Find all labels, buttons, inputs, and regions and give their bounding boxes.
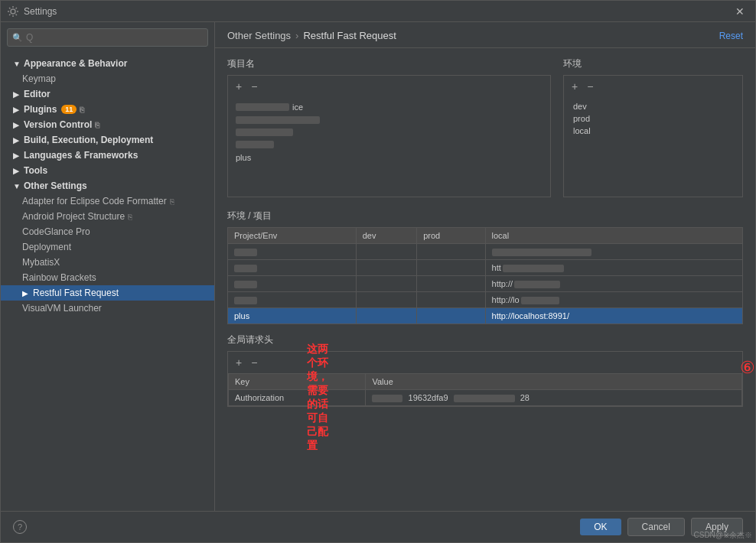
global-remove-button[interactable]: −	[248, 355, 260, 370]
sidebar-item-rainbow[interactable]: Rainbow Brackets	[1, 270, 214, 285]
col-local: local	[485, 228, 742, 244]
project-section: 项目名 + − ice	[227, 57, 551, 197]
table-row[interactable]: http://	[228, 276, 743, 292]
project-toolbar: + −	[228, 76, 550, 97]
breadcrumb: Other Settings › Restful Fast Request	[227, 30, 396, 41]
blurred-value	[236, 116, 320, 124]
help-button[interactable]: ?	[13, 520, 27, 534]
main-area: 🔍 ▼ Appearance & Behavior Keymap ▶ Edito…	[1, 22, 755, 511]
sidebar-item-deployment[interactable]: Deployment	[1, 239, 214, 255]
breadcrumb-current: Restful Fast Request	[303, 30, 396, 41]
project-remove-button[interactable]: −	[248, 79, 260, 94]
list-item[interactable]: plus	[231, 151, 547, 164]
sidebar-item-version-control[interactable]: ▶ Version Control ⎘	[1, 117, 214, 132]
sidebar-item-mybatisx[interactable]: MybatisX	[1, 255, 214, 270]
col-project: Project/Env	[228, 228, 357, 244]
svg-point-0	[11, 9, 15, 14]
settings-icon	[7, 5, 19, 18]
table-row[interactable]: http://lo	[228, 292, 743, 308]
footer-left: ?	[13, 520, 574, 534]
blurred-value	[236, 103, 289, 111]
sidebar-tree: ▼ Appearance & Behavior Keymap ▶ Editor …	[1, 53, 214, 511]
project-add-button[interactable]: +	[233, 79, 245, 94]
ok-button[interactable]: OK	[580, 519, 621, 535]
copy-icon: ⎘	[95, 121, 99, 129]
search-input[interactable]	[26, 32, 203, 43]
sidebar-item-build[interactable]: ▶ Build, Execution, Deployment	[1, 132, 214, 148]
env-remove-button[interactable]: −	[584, 79, 596, 94]
collapse-arrow: ▼	[13, 182, 21, 190]
blurred-value	[503, 265, 564, 272]
cancel-button[interactable]: Cancel	[627, 518, 685, 536]
collapse-arrow: ▶	[13, 136, 21, 145]
table-row[interactable]: Authorization 19632dfa9 28	[229, 390, 742, 406]
blurred-value	[454, 395, 515, 402]
blurred-value	[234, 281, 257, 288]
sidebar-item-tools[interactable]: ▶ Tools	[1, 163, 214, 178]
env-section-label: 环境	[563, 57, 743, 70]
blurred-value	[236, 141, 274, 148]
blurred-value	[236, 128, 293, 136]
sidebar-item-plugins[interactable]: ▶ Plugins 11 ⎘	[1, 102, 214, 117]
env-project-section: 环境 / 项目 Project/Env dev prod local	[227, 210, 743, 324]
content-body: 项目名 + − ice	[215, 48, 755, 511]
window-title: Settings	[24, 6, 731, 17]
collapse-arrow: ▶	[13, 167, 21, 175]
sidebar-item-adapter[interactable]: Adapter for Eclipse Code Formatter ⎘	[1, 193, 214, 209]
plugins-badge: 11	[61, 105, 77, 114]
watermark: CSDN@※余杰※	[694, 530, 753, 541]
col-value: Value	[366, 374, 742, 390]
env-project-table: Project/Env dev prod local	[227, 227, 743, 324]
content-header: Other Settings › Restful Fast Request Re…	[215, 22, 755, 48]
col-dev: dev	[356, 228, 417, 244]
env-list-item-prod[interactable]: prod	[567, 112, 739, 125]
list-item[interactable]	[231, 114, 547, 126]
reset-button[interactable]: Reset	[719, 31, 743, 41]
breadcrumb-parent[interactable]: Other Settings	[227, 30, 291, 41]
copy-icon: ⎘	[128, 213, 132, 221]
sidebar-item-restful[interactable]: ▶ Restful Fast Request	[1, 285, 214, 301]
blurred-value	[234, 249, 257, 256]
table-row[interactable]	[228, 244, 743, 260]
sidebar-item-visualvm[interactable]: VisualVM Launcher	[1, 301, 214, 316]
settings-window: Settings ✕ 🔍 ▼ Appearance & Behavior Key…	[0, 0, 756, 543]
env-add-button[interactable]: +	[569, 79, 581, 94]
list-item[interactable]: ice	[231, 100, 547, 114]
selected-arrow: ▶	[22, 289, 30, 298]
col-prod: prod	[417, 228, 485, 244]
env-list: dev prod local	[564, 97, 742, 197]
sidebar-item-other-settings[interactable]: ▼ Other Settings	[1, 178, 214, 193]
env-section: 环境 + − dev prod local	[563, 57, 743, 197]
blurred-value	[372, 395, 402, 402]
collapse-arrow: ▼	[13, 60, 21, 68]
project-section-label: 项目名	[227, 57, 551, 70]
blurred-value	[514, 281, 560, 288]
global-headers-section: 全局请求头 + − Key Value	[227, 333, 743, 407]
content-area: Other Settings › Restful Fast Request Re…	[215, 22, 755, 511]
sidebar-item-keymap[interactable]: Keymap	[1, 71, 214, 86]
env-toolbar: + −	[564, 76, 742, 97]
sidebar-item-codeglance[interactable]: CodeGlance Pro	[1, 224, 214, 239]
sidebar-item-languages[interactable]: ▶ Languages & Frameworks	[1, 148, 214, 163]
copy-icon: ⎘	[80, 106, 84, 114]
list-item[interactable]	[231, 138, 547, 151]
global-headers-label: 全局请求头	[227, 333, 743, 346]
sidebar-item-editor[interactable]: ▶ Editor	[1, 86, 214, 102]
env-list-item-dev[interactable]: dev	[567, 100, 739, 112]
top-sections: 项目名 + − ice	[227, 57, 743, 197]
sidebar-item-android[interactable]: Android Project Structure ⎘	[1, 209, 214, 224]
collapse-arrow: ▶	[13, 151, 21, 160]
global-add-button[interactable]: +	[233, 355, 245, 370]
search-box[interactable]: 🔍	[7, 28, 208, 47]
list-item[interactable]	[231, 126, 547, 138]
blurred-value	[234, 265, 257, 272]
table-row-selected[interactable]: plus http://localhost:8991/	[228, 308, 743, 324]
env-list-item-local[interactable]: local	[567, 125, 739, 137]
collapse-arrow: ▶	[13, 106, 21, 114]
table-row[interactable]: htt	[228, 260, 743, 276]
blurred-value	[521, 297, 559, 304]
sidebar-item-appearance[interactable]: ▼ Appearance & Behavior	[1, 56, 214, 71]
global-headers-table: Key Value Authorization 19632dfa9	[228, 373, 742, 406]
project-list: ice	[228, 97, 550, 197]
close-button[interactable]: ✕	[731, 4, 749, 19]
